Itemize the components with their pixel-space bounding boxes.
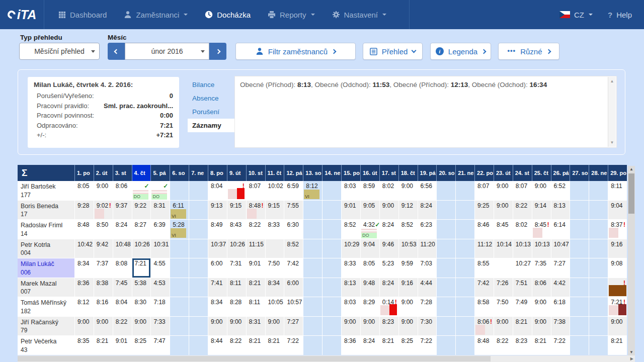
day-cell[interactable]: 9:37: [113, 201, 132, 220]
day-cell[interactable]: [437, 278, 455, 297]
day-cell[interactable]: [303, 220, 322, 239]
day-cell[interactable]: ✓DO: [132, 181, 151, 200]
day-cell[interactable]: 10:02: [266, 181, 284, 200]
day-cell[interactable]: 8:48: [75, 220, 94, 239]
day-cell[interactable]: 8:24: [380, 220, 398, 239]
nav-item-dochazka[interactable]: Docházka: [196, 0, 259, 29]
day-cell[interactable]: 8:22: [494, 336, 513, 355]
day-cell[interactable]: [323, 317, 341, 336]
day-cell[interactable]: [589, 220, 608, 239]
day-cell[interactable]: 7:55: [284, 201, 303, 220]
day-header-20[interactable]: 20. so: [437, 165, 455, 181]
day-cell[interactable]: [303, 336, 322, 355]
day-cell[interactable]: [323, 258, 341, 278]
day-cell[interactable]: 8:28: [227, 297, 246, 316]
day-cell[interactable]: 9:00: [132, 317, 151, 336]
day-cell[interactable]: 10:26: [227, 239, 246, 258]
day-header-21[interactable]: 21. ne: [456, 165, 474, 181]
day-cell[interactable]: [189, 239, 208, 258]
detail-tab-bilance[interactable]: Bilance: [188, 78, 234, 92]
day-cell[interactable]: 10:14: [494, 239, 513, 258]
day-cell[interactable]: 8:50: [94, 220, 113, 239]
day-header-27[interactable]: 27. so: [570, 165, 589, 181]
day-cell[interactable]: 8:03: [342, 181, 360, 200]
employee-name-cell[interactable]: Petr Večerka43: [18, 336, 74, 355]
day-cell[interactable]: 8:16: [94, 297, 113, 316]
day-cell[interactable]: 6:59: [284, 181, 303, 200]
day-cell[interactable]: [570, 220, 589, 239]
day-cell[interactable]: 8:13: [342, 278, 360, 297]
day-cell[interactable]: [303, 258, 322, 278]
day-cell[interactable]: 9:00: [208, 317, 227, 336]
day-cell[interactable]: 8:22: [247, 220, 265, 239]
day-cell[interactable]: [456, 317, 474, 336]
day-header-8[interactable]: 8. po: [208, 165, 227, 181]
day-cell[interactable]: 8:24: [418, 201, 437, 220]
day-cell[interactable]: 6:00: [208, 258, 227, 278]
day-cell[interactable]: 9:46: [380, 239, 398, 258]
day-cell[interactable]: 7:51: [513, 278, 532, 297]
day-cell[interactable]: 9:00: [380, 201, 398, 220]
day-cell[interactable]: 7:28: [418, 297, 437, 316]
day-cell[interactable]: 8:31: [151, 201, 170, 220]
day-cell[interactable]: [170, 317, 189, 336]
day-cell[interactable]: 9:02!: [94, 201, 113, 220]
day-cell[interactable]: 9:00: [399, 181, 418, 200]
day-cell[interactable]: [323, 201, 341, 220]
day-cell[interactable]: [456, 258, 474, 278]
day-cell[interactable]: [266, 239, 284, 258]
day-cell[interactable]: 10:29: [342, 239, 360, 258]
day-cell[interactable]: [589, 278, 608, 297]
day-cell[interactable]: 8:24: [113, 220, 132, 239]
vertical-scroll-thumb[interactable]: [628, 173, 634, 214]
employee-name-cell[interactable]: Milan Lukáč006: [18, 258, 74, 278]
day-cell[interactable]: 9:14: [532, 201, 551, 220]
day-cell[interactable]: 8:35: [75, 336, 94, 355]
day-cell[interactable]: 8:58: [475, 297, 494, 316]
employee-name-cell[interactable]: Tomáš Měřínský182: [18, 297, 74, 316]
language-selector[interactable]: CZ: [559, 11, 593, 19]
day-cell[interactable]: 9:01: [342, 201, 360, 220]
horizontal-scroll-thumb[interactable]: [18, 356, 491, 361]
day-header-16[interactable]: 16. út: [361, 165, 379, 181]
day-cell[interactable]: 10:26: [132, 239, 151, 258]
day-cell[interactable]: 5:23: [380, 258, 398, 278]
day-cell[interactable]: 8:21: [513, 317, 532, 336]
day-cell[interactable]: 9:12: [399, 201, 418, 220]
day-cell[interactable]: 8:34: [75, 258, 94, 278]
day-cell[interactable]: 8:52: [284, 239, 303, 258]
employee-name-cell[interactable]: Radoslav Friml14: [18, 220, 74, 239]
day-cell[interactable]: 9:00: [94, 181, 113, 200]
day-cell[interactable]: 9:00: [94, 317, 113, 336]
day-header-18[interactable]: 18. čt: [399, 165, 418, 181]
day-cell[interactable]: 7:22: [284, 336, 303, 355]
table-vertical-scrollbar[interactable]: ▲ ▼: [628, 166, 635, 355]
day-cell[interactable]: 9:15: [266, 201, 284, 220]
day-header-13[interactable]: 13. so: [303, 165, 322, 181]
legend-button[interactable]: i Legenda: [430, 43, 491, 60]
day-cell[interactable]: 8:25: [132, 336, 151, 355]
day-header-11[interactable]: 11. čt: [266, 165, 284, 181]
miscellaneous-button[interactable]: ••• Různé: [498, 43, 559, 60]
day-header-2[interactable]: 2. út: [94, 165, 113, 181]
day-cell[interactable]: [189, 317, 208, 336]
day-cell[interactable]: 8:21: [532, 336, 551, 355]
day-cell[interactable]: 10:53: [399, 239, 418, 258]
day-cell[interactable]: 8:08: [113, 258, 132, 278]
day-cell[interactable]: [189, 297, 208, 316]
day-cell[interactable]: 8:36: [75, 278, 94, 297]
day-cell[interactable]: 10:05: [266, 297, 284, 316]
day-cell[interactable]: [437, 297, 455, 316]
day-cell[interactable]: 7:30: [418, 317, 437, 336]
day-cell[interactable]: 9:25: [475, 201, 494, 220]
day-cell[interactable]: [170, 258, 189, 278]
day-cell[interactable]: [456, 239, 474, 258]
day-cell[interactable]: 8:21: [380, 336, 398, 355]
day-cell[interactable]: 9:00: [361, 317, 379, 336]
day-cell[interactable]: 9:13: [208, 201, 227, 220]
selected-day-cell[interactable]: 7:21: [132, 258, 151, 278]
day-cell[interactable]: 8:22: [513, 201, 532, 220]
day-cell[interactable]: 8:34: [266, 278, 284, 297]
day-cell[interactable]: 7:49: [513, 297, 532, 316]
day-cell[interactable]: [303, 239, 322, 258]
